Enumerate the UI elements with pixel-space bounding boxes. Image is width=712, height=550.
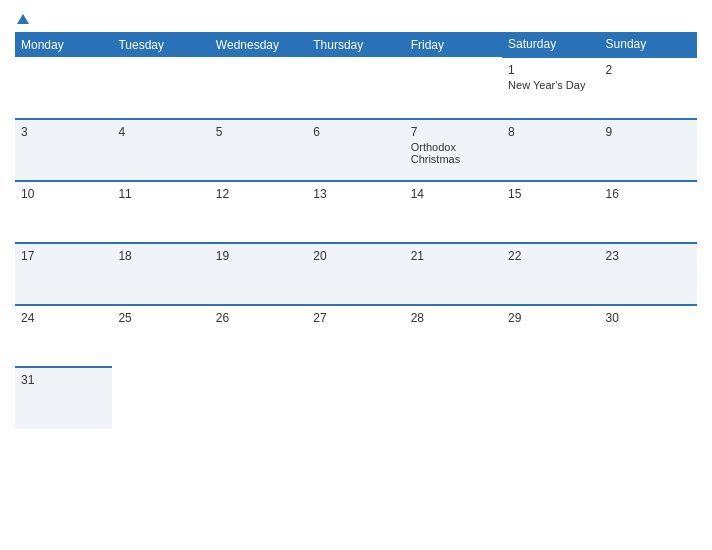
day-number: 14 bbox=[411, 187, 496, 201]
day-number: 20 bbox=[313, 249, 398, 263]
week-row-6: 31 bbox=[15, 367, 697, 429]
calendar-cell: 16 bbox=[600, 181, 697, 243]
day-number: 3 bbox=[21, 125, 106, 139]
day-number: 9 bbox=[606, 125, 691, 139]
calendar-cell bbox=[600, 367, 697, 429]
week-row-5: 24252627282930 bbox=[15, 305, 697, 367]
day-number: 24 bbox=[21, 311, 106, 325]
day-number: 25 bbox=[118, 311, 203, 325]
calendar-table: MondayTuesdayWednesdayThursdayFridaySatu… bbox=[15, 32, 697, 429]
calendar-cell: 18 bbox=[112, 243, 209, 305]
calendar-cell: 30 bbox=[600, 305, 697, 367]
calendar-cell bbox=[405, 367, 502, 429]
calendar-cell: 11 bbox=[112, 181, 209, 243]
day-header-thursday: Thursday bbox=[307, 32, 404, 57]
calendar-cell bbox=[307, 57, 404, 119]
calendar-cell bbox=[210, 57, 307, 119]
calendar-cell: 26 bbox=[210, 305, 307, 367]
day-header-friday: Friday bbox=[405, 32, 502, 57]
day-number: 12 bbox=[216, 187, 301, 201]
calendar-cell bbox=[210, 367, 307, 429]
calendar-cell: 20 bbox=[307, 243, 404, 305]
day-number: 11 bbox=[118, 187, 203, 201]
day-number: 10 bbox=[21, 187, 106, 201]
day-number: 19 bbox=[216, 249, 301, 263]
day-header-wednesday: Wednesday bbox=[210, 32, 307, 57]
calendar-cell: 21 bbox=[405, 243, 502, 305]
calendar-cell: 2 bbox=[600, 57, 697, 119]
calendar-cell: 6 bbox=[307, 119, 404, 181]
logo-triangle-icon bbox=[17, 14, 29, 24]
day-number: 22 bbox=[508, 249, 593, 263]
calendar-container: MondayTuesdayWednesdayThursdayFridaySatu… bbox=[0, 0, 712, 550]
calendar-cell: 3 bbox=[15, 119, 112, 181]
day-number: 2 bbox=[606, 63, 691, 77]
day-header-tuesday: Tuesday bbox=[112, 32, 209, 57]
day-number: 27 bbox=[313, 311, 398, 325]
day-header-monday: Monday bbox=[15, 32, 112, 57]
calendar-cell: 4 bbox=[112, 119, 209, 181]
calendar-cell: 24 bbox=[15, 305, 112, 367]
calendar-cell bbox=[307, 367, 404, 429]
day-number: 21 bbox=[411, 249, 496, 263]
day-number: 31 bbox=[21, 373, 106, 387]
day-number: 8 bbox=[508, 125, 593, 139]
holiday-name: Orthodox Christmas bbox=[411, 141, 496, 165]
calendar-cell bbox=[502, 367, 599, 429]
day-number: 1 bbox=[508, 63, 593, 77]
day-header-saturday: Saturday bbox=[502, 32, 599, 57]
day-number: 23 bbox=[606, 249, 691, 263]
calendar-cell bbox=[112, 367, 209, 429]
calendar-cell: 10 bbox=[15, 181, 112, 243]
day-number: 30 bbox=[606, 311, 691, 325]
calendar-cell: 5 bbox=[210, 119, 307, 181]
day-number: 16 bbox=[606, 187, 691, 201]
week-row-1: 1New Year's Day2 bbox=[15, 57, 697, 119]
calendar-cell: 19 bbox=[210, 243, 307, 305]
calendar-cell bbox=[112, 57, 209, 119]
day-number: 29 bbox=[508, 311, 593, 325]
day-number: 18 bbox=[118, 249, 203, 263]
holiday-name: New Year's Day bbox=[508, 79, 593, 91]
calendar-cell: 29 bbox=[502, 305, 599, 367]
day-number: 17 bbox=[21, 249, 106, 263]
calendar-cell bbox=[15, 57, 112, 119]
day-number: 15 bbox=[508, 187, 593, 201]
calendar-cell: 9 bbox=[600, 119, 697, 181]
calendar-cell: 27 bbox=[307, 305, 404, 367]
calendar-cell: 17 bbox=[15, 243, 112, 305]
calendar-cell: 8 bbox=[502, 119, 599, 181]
calendar-cell: 23 bbox=[600, 243, 697, 305]
day-number: 5 bbox=[216, 125, 301, 139]
day-number: 28 bbox=[411, 311, 496, 325]
day-number: 6 bbox=[313, 125, 398, 139]
calendar-cell: 13 bbox=[307, 181, 404, 243]
calendar-cell bbox=[405, 57, 502, 119]
calendar-cell: 1New Year's Day bbox=[502, 57, 599, 119]
calendar-cell: 15 bbox=[502, 181, 599, 243]
calendar-cell: 22 bbox=[502, 243, 599, 305]
day-number: 7 bbox=[411, 125, 496, 139]
header bbox=[15, 10, 697, 24]
calendar-cell: 7Orthodox Christmas bbox=[405, 119, 502, 181]
days-header-row: MondayTuesdayWednesdayThursdayFridaySatu… bbox=[15, 32, 697, 57]
day-number: 26 bbox=[216, 311, 301, 325]
calendar-cell: 31 bbox=[15, 367, 112, 429]
week-row-3: 10111213141516 bbox=[15, 181, 697, 243]
day-number: 13 bbox=[313, 187, 398, 201]
calendar-cell: 14 bbox=[405, 181, 502, 243]
week-row-2: 34567Orthodox Christmas89 bbox=[15, 119, 697, 181]
calendar-cell: 12 bbox=[210, 181, 307, 243]
calendar-cell: 28 bbox=[405, 305, 502, 367]
logo bbox=[15, 10, 29, 24]
calendar-cell: 25 bbox=[112, 305, 209, 367]
week-row-4: 17181920212223 bbox=[15, 243, 697, 305]
day-header-sunday: Sunday bbox=[600, 32, 697, 57]
day-number: 4 bbox=[118, 125, 203, 139]
